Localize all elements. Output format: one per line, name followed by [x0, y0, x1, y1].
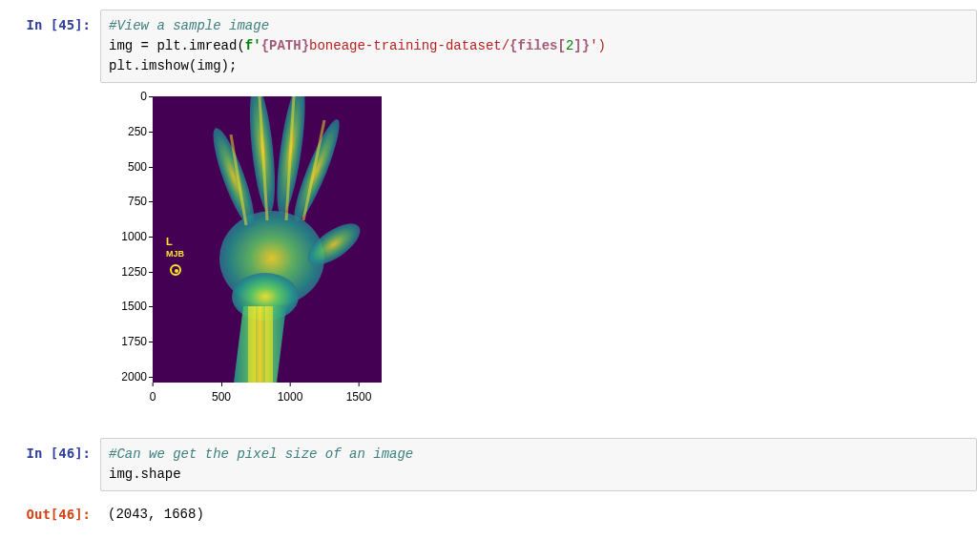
xray-marker-label: L MJB	[166, 236, 184, 259]
output-prompt-46: Out[46]:	[0, 499, 100, 530]
code-cell-45: In [45]: #View a sample image img = plt.…	[0, 10, 977, 83]
input-prompt-45: In [45]:	[0, 10, 100, 83]
xray-marker-circle	[170, 264, 181, 276]
code-cell-46: In [46]: #Can we get the pixel size of a…	[0, 438, 977, 491]
code-block-45: #View a sample image img = plt.imread(f'…	[109, 16, 968, 76]
code-block-46: #Can we get the pixel size of an image i…	[109, 445, 968, 485]
svg-rect-3	[265, 306, 273, 383]
output-prompt-45-empty	[0, 91, 100, 430]
svg-rect-2	[248, 306, 256, 383]
x-axis: 0 500 1000 1500	[153, 383, 382, 411]
output-cell-46: Out[46]: (2043, 1668)	[0, 499, 977, 530]
input-area-45[interactable]: #View a sample image img = plt.imread(f'…	[100, 10, 977, 83]
input-area-46[interactable]: #Can we get the pixel size of an image i…	[100, 438, 977, 491]
output-image-45: 0 250 500 750 1000 1250 1500 1750 2000	[100, 91, 977, 430]
matplotlib-figure: 0 250 500 750 1000 1250 1500 1750 2000	[100, 96, 415, 421]
output-cell-45: 0 250 500 750 1000 1250 1500 1750 2000	[0, 91, 977, 430]
hand-xray-svg	[153, 96, 382, 383]
input-prompt-46: In [46]:	[0, 438, 100, 491]
y-axis: 0 250 500 750 1000 1250 1500 1750 2000	[100, 96, 153, 383]
xray-image: L MJB	[153, 96, 382, 383]
output-text-46: (2043, 1668)	[108, 505, 969, 525]
output-area-46: (2043, 1668)	[100, 499, 977, 530]
